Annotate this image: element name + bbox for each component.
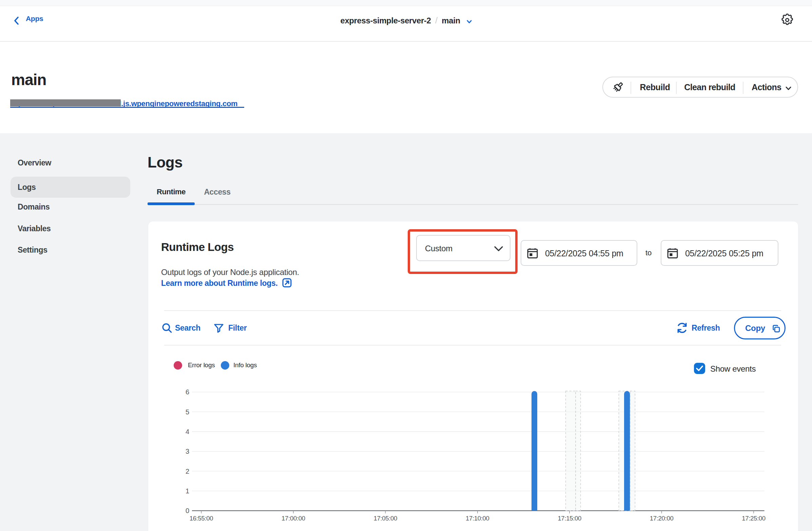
svg-text:0: 0 <box>186 507 189 514</box>
svg-text:2: 2 <box>186 468 189 475</box>
svg-text:17:25:00: 17:25:00 <box>742 515 766 522</box>
svg-text:17:05:00: 17:05:00 <box>374 515 397 522</box>
svg-text:17:00:00: 17:00:00 <box>281 515 305 522</box>
svg-text:4: 4 <box>186 428 189 436</box>
svg-text:17:10:00: 17:10:00 <box>466 515 490 522</box>
svg-text:6: 6 <box>186 388 189 396</box>
svg-text:5: 5 <box>186 408 189 416</box>
svg-text:17:20:00: 17:20:00 <box>650 515 673 522</box>
svg-text:3: 3 <box>186 447 189 455</box>
svg-text:1: 1 <box>186 487 189 495</box>
svg-text:17:15:00: 17:15:00 <box>557 515 581 522</box>
svg-text:16:55:00: 16:55:00 <box>190 515 213 522</box>
